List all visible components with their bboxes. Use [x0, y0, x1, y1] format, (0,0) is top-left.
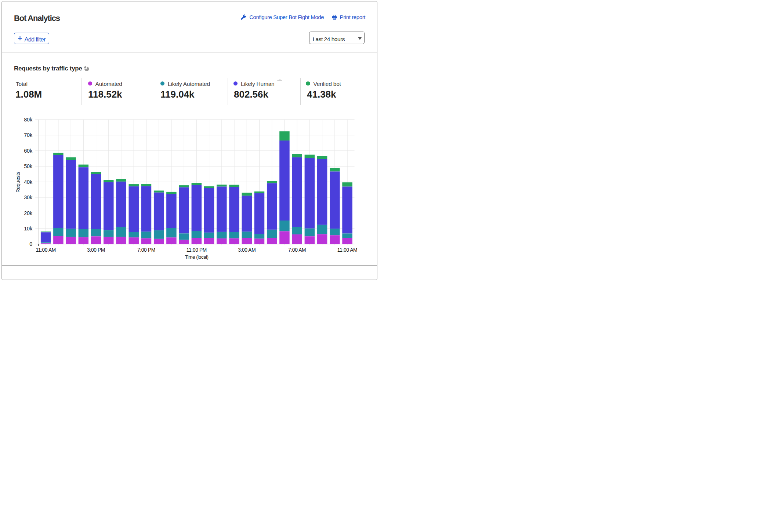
svg-text:7:00 PM: 7:00 PM [137, 247, 155, 253]
svg-text:11:00 AM: 11:00 AM [337, 247, 357, 253]
svg-text:10k: 10k [24, 226, 33, 232]
svg-text:20k: 20k [24, 210, 33, 216]
svg-text:40k: 40k [24, 179, 33, 185]
svg-text:80k: 80k [24, 117, 33, 123]
svg-text:0: 0 [29, 241, 32, 247]
svg-text:3:00 AM: 3:00 AM [238, 247, 256, 253]
svg-text:70k: 70k [24, 132, 33, 138]
svg-text:3:00 PM: 3:00 PM [87, 247, 105, 253]
svg-text:11:00 AM: 11:00 AM [36, 247, 55, 253]
svg-text:Time (local): Time (local) [185, 254, 208, 260]
svg-text:30k: 30k [24, 194, 33, 200]
svg-text:60k: 60k [24, 148, 33, 154]
svg-text:Requests: Requests [15, 172, 21, 193]
svg-text:50k: 50k [24, 163, 33, 169]
svg-text:11:00 PM: 11:00 PM [186, 247, 207, 253]
svg-text:7:00 AM: 7:00 AM [288, 247, 306, 253]
